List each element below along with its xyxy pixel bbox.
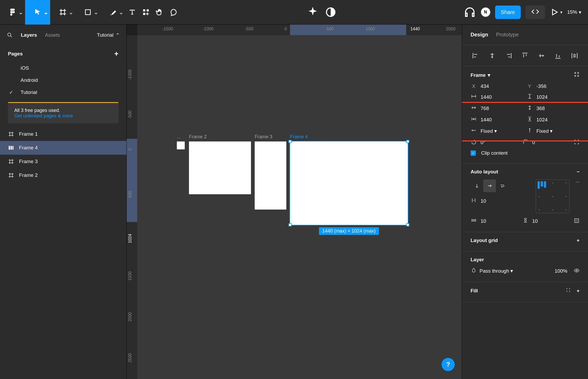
fill-style-icon[interactable] [566,287,571,294]
move-tool[interactable] [25,0,50,25]
rotation-icon [471,139,477,146]
share-button[interactable]: Share [495,6,521,19]
resize-handle-nw[interactable] [288,140,292,143]
align-center-h-icon[interactable] [488,52,496,60]
add-grid-button[interactable]: + [577,238,580,243]
upgrade-link[interactable]: Get unlimited pages & more [14,113,73,119]
layer-frame-3[interactable]: Frame 3 [0,155,126,168]
add-page-button[interactable]: + [114,50,118,58]
height-input[interactable]: 1024 [537,94,548,100]
audio-button[interactable] [463,6,476,18]
distribute-icon[interactable] [571,52,578,60]
align-bottom-icon[interactable] [554,52,562,60]
main-menu-button[interactable] [0,0,25,25]
tab-design[interactable]: Design [471,32,488,38]
rotation-input[interactable]: 0° [481,140,485,145]
align-right-icon[interactable] [505,52,513,60]
width-icon [471,93,477,101]
frame-header[interactable]: Frame ▾ [462,72,588,81]
min-height-input[interactable]: 368 [537,106,545,111]
y-label: Y [527,84,533,89]
pen-tool[interactable] [100,0,125,25]
x-label: X [471,84,477,89]
resources-tool[interactable] [139,0,153,25]
tab-prototype[interactable]: Prototype [496,32,519,38]
frame-tool[interactable] [50,0,75,25]
clip-content-label: Clip content [481,150,508,156]
resize-to-fit-icon[interactable] [574,72,580,79]
svg-rect-2 [147,9,149,11]
alignment-box[interactable] [536,179,570,213]
canvas-area[interactable]: -1500 -1000 -500 0 500 1000 1440 2000 -1… [127,25,462,379]
help-button[interactable]: ? [442,358,455,371]
user-avatar[interactable]: N [481,7,490,17]
remove-autolayout-button[interactable]: − [577,169,580,175]
present-button[interactable]: ▾ [550,6,562,18]
align-center-v-icon[interactable] [538,52,546,60]
align-top-icon[interactable] [521,52,529,60]
canvas-frame-4[interactable]: Frame 4 1440 (max) × 1024 (max) [290,141,408,225]
autolayout-more[interactable]: ⋯ [575,179,580,184]
clip-content-checkbox[interactable]: ✓ [471,150,476,156]
canvas-frame-2[interactable]: Frame 2 [189,141,251,194]
sparkle-icon [306,6,319,18]
canvas-frame-ellipsis[interactable]: ... [177,141,185,149]
tab-assets[interactable]: Assets [45,32,60,38]
contrast-tool[interactable] [324,6,337,18]
radius-icon [522,139,529,146]
direction-horizontal[interactable] [483,179,496,192]
blend-dropdown[interactable]: Pass through ▾ [480,268,513,274]
pad-h-input[interactable]: 10 [481,218,486,224]
hand-icon [155,8,164,16]
h-resize-dropdown[interactable]: Fixed ▾ [481,128,497,134]
toolbar-center [180,6,463,18]
width-input[interactable]: 1440 [481,94,492,100]
search-icon[interactable] [7,32,13,38]
layer-frame-4[interactable]: Frame 4 [0,141,126,155]
hand-tool[interactable] [153,0,167,25]
v-resize-dropdown[interactable]: Fixed ▾ [537,128,553,134]
layer-frame-2[interactable]: Frame 2 [0,168,126,182]
left-panel-tabs: Layers Assets Tutorial ⌃ [0,25,126,46]
align-left-icon[interactable] [472,52,480,60]
max-width-input[interactable]: 1440 [481,117,492,123]
page-item-tutorial[interactable]: Tutorial [0,86,126,98]
text-tool[interactable] [125,0,139,25]
resize-handle-sw[interactable] [288,223,292,226]
direction-vertical[interactable] [471,179,483,192]
frame-icon [8,158,14,165]
dev-mode-button[interactable] [525,5,545,19]
pad-v-input[interactable]: 10 [532,218,538,224]
right-panel-tabs: Design Prototype [462,25,588,45]
opacity-input[interactable]: 100% [554,268,567,274]
resize-handle-ne[interactable] [406,140,409,143]
tab-layers[interactable]: Layers [21,32,37,38]
gap-input[interactable]: 10 [481,198,486,204]
svg-rect-6 [9,146,10,150]
resize-handle-se[interactable] [406,223,409,226]
chevron-up-icon: ⌃ [116,32,120,38]
canvas-frame-3[interactable]: Frame 3 [255,141,286,210]
individual-corners-icon[interactable] [574,139,580,146]
add-fill-button[interactable]: + [577,288,580,294]
y-input[interactable]: -356 [537,83,547,89]
layer-frame-1[interactable]: Frame 1 [0,127,126,141]
max-height-input[interactable]: 1024 [537,117,548,123]
direction-wrap[interactable] [496,179,509,192]
shape-tool[interactable] [75,0,100,25]
canvas[interactable]: ... Frame 2 Frame 3 Frame 4 1440 (max) ×… [137,35,462,379]
page-item-ios[interactable]: iOS [0,62,126,74]
zoom-dropdown[interactable]: 15% ▾ [567,9,581,15]
ai-tool[interactable] [306,6,319,18]
min-width-input[interactable]: 768 [481,106,489,111]
right-panel: Design Prototype Frame ▾ X434Y-356 14401… [462,25,588,379]
fill-section: Fill+ [462,282,588,302]
individual-padding-icon[interactable] [574,218,580,225]
x-input[interactable]: 434 [481,83,489,89]
comment-tool[interactable] [167,0,180,25]
radius-input[interactable]: 0 [532,140,535,145]
chevron-down-icon [69,13,73,15]
visibility-icon[interactable] [574,268,580,274]
page-selector[interactable]: Tutorial ⌃ [97,32,120,38]
page-item-android[interactable]: Android [0,74,126,86]
